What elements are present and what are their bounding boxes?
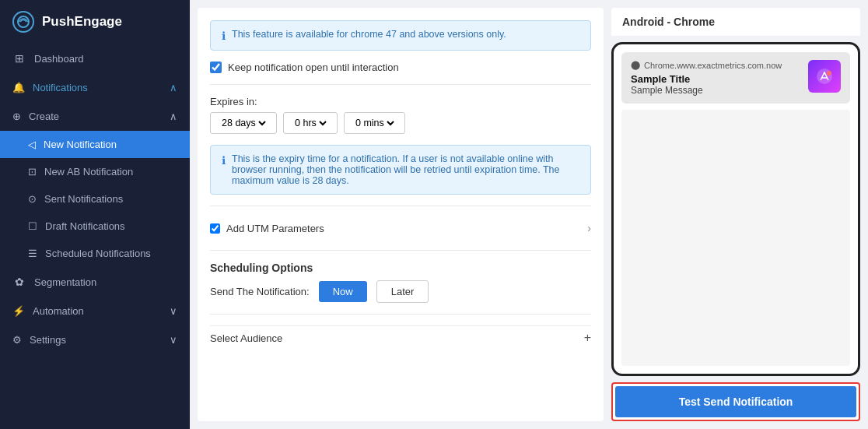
bell-icon: 🔔: [12, 82, 25, 93]
chevron-right-icon: ›: [587, 222, 591, 234]
svg-point-2: [827, 71, 831, 76]
audience-plus-icon[interactable]: +: [584, 331, 591, 345]
expires-label: Expires in:: [210, 96, 591, 107]
test-send-wrapper: Test Send Notification: [611, 382, 860, 421]
sidebar: PushEngage ⊞ Dashboard 🔔 Notifications ∧…: [0, 0, 190, 429]
notif-logo: [808, 60, 841, 93]
divider-4: [210, 314, 591, 315]
test-send-button[interactable]: Test Send Notification: [615, 386, 856, 417]
automation-icon: ⚡: [12, 305, 25, 317]
utm-checkbox[interactable]: [210, 223, 220, 234]
sidebar-item-sent-notifications[interactable]: ⊙ Sent Notifications: [0, 185, 190, 213]
draft-icon: ☐: [28, 220, 37, 232]
segmentation-icon: ✿: [12, 276, 26, 288]
expires-row: 28 days 0 hrs 0 mins: [210, 112, 591, 134]
sidebar-item-create[interactable]: ⊕ Create ∧: [0, 102, 190, 131]
preview-spacer: [621, 110, 850, 366]
plus-circle-icon: ⊕: [12, 111, 21, 122]
chevron-down-icon-settings: ∨: [170, 334, 177, 346]
notif-left: ⬤ Chrome.www.exactmetrics.com.now Sample…: [631, 60, 802, 96]
sidebar-item-scheduled-notifications[interactable]: ☰ Scheduled Notifications: [0, 240, 190, 267]
send-label: Send The Notification:: [210, 286, 310, 297]
sidebar-item-segmentation[interactable]: ✿ Segmentation: [0, 267, 190, 297]
expires-hrs-select[interactable]: 0 hrs: [283, 112, 338, 134]
preview-title: Android - Chrome: [611, 8, 860, 36]
ab-icon: ⊡: [28, 166, 37, 178]
sidebar-item-notifications[interactable]: 🔔 Notifications ∧: [0, 73, 190, 102]
expiry-info-box: ℹ This is the expiry time for a notifica…: [210, 145, 591, 195]
sidebar-item-new-ab-notification[interactable]: ⊡ New AB Notification: [0, 158, 190, 185]
content-area: ℹ This feature is available for chrome 4…: [190, 0, 868, 429]
expires-mins-dropdown[interactable]: 0 mins: [352, 117, 397, 129]
chevron-down-icon-auto: ∨: [170, 305, 177, 317]
divider-3: [210, 250, 591, 251]
sidebar-item-dashboard[interactable]: ⊞ Dashboard: [0, 44, 190, 73]
notif-message: Sample Message: [631, 85, 802, 96]
svg-point-0: [18, 16, 29, 27]
expires-hrs-dropdown[interactable]: 0 hrs: [292, 117, 329, 129]
grid-icon: ⊞: [12, 52, 26, 65]
main-content: ℹ This feature is available for chrome 4…: [190, 0, 868, 429]
expiry-info-icon: ℹ: [222, 154, 226, 167]
device-frame: ⬤ Chrome.www.exactmetrics.com.now Sample…: [611, 42, 860, 376]
audience-row: Select Audience +: [210, 325, 591, 350]
audience-label: Select Audience: [210, 332, 282, 344]
later-button[interactable]: Later: [376, 280, 429, 303]
scheduling-title: Scheduling Options: [210, 262, 591, 274]
sidebar-item-automation[interactable]: ⚡ Automation ∨: [0, 297, 190, 325]
triangle-icon: ◁: [28, 139, 36, 150]
keep-open-checkbox[interactable]: [210, 62, 222, 73]
sent-icon: ⊙: [28, 193, 37, 205]
logo-text: PushEngage: [42, 14, 122, 30]
notif-title: Sample Title: [631, 73, 802, 85]
svg-point-1: [817, 69, 832, 84]
chevron-up-icon: ∧: [170, 82, 177, 93]
info-icon: ℹ: [222, 30, 226, 42]
divider-1: [210, 84, 591, 85]
sidebar-item-draft-notifications[interactable]: ☐ Draft Notifications: [0, 213, 190, 240]
gear-icon: ⚙: [12, 334, 22, 346]
utm-row[interactable]: Add UTM Parameters ›: [210, 217, 591, 239]
expires-mins-select[interactable]: 0 mins: [344, 112, 405, 134]
form-panel: ℹ This feature is available for chrome 4…: [198, 8, 604, 421]
sidebar-item-new-notification[interactable]: ◁ New Notification: [0, 131, 190, 158]
scheduled-icon: ☰: [28, 248, 37, 259]
chrome-info-box: ℹ This feature is available for chrome 4…: [210, 20, 591, 51]
scheduling-section: Scheduling Options Send The Notification…: [210, 262, 591, 303]
notif-browser-row: ⬤ Chrome.www.exactmetrics.com.now: [631, 60, 802, 70]
logo: PushEngage: [0, 0, 190, 44]
chevron-up-icon-create: ∧: [170, 111, 177, 122]
divider-2: [210, 206, 591, 206]
keep-open-row: Keep notification open until interaction: [210, 62, 591, 73]
notification-card: ⬤ Chrome.www.exactmetrics.com.now Sample…: [621, 52, 850, 104]
logo-icon: [12, 11, 34, 33]
chrome-icon: ⬤: [631, 60, 640, 70]
browser-line: Chrome.www.exactmetrics.com.now: [644, 61, 782, 70]
expires-days-select[interactable]: 28 days: [210, 112, 277, 134]
sidebar-item-settings[interactable]: ⚙ Settings ∨: [0, 325, 190, 354]
expires-days-dropdown[interactable]: 28 days: [219, 117, 268, 129]
scheduling-row: Send The Notification: Now Later: [210, 280, 591, 303]
now-button[interactable]: Now: [319, 281, 367, 302]
preview-panel: Android - Chrome ⬤ Chrome.www.exactmetri…: [611, 8, 860, 421]
expires-section: Expires in: 28 days 0 hrs 0 m: [210, 96, 591, 134]
